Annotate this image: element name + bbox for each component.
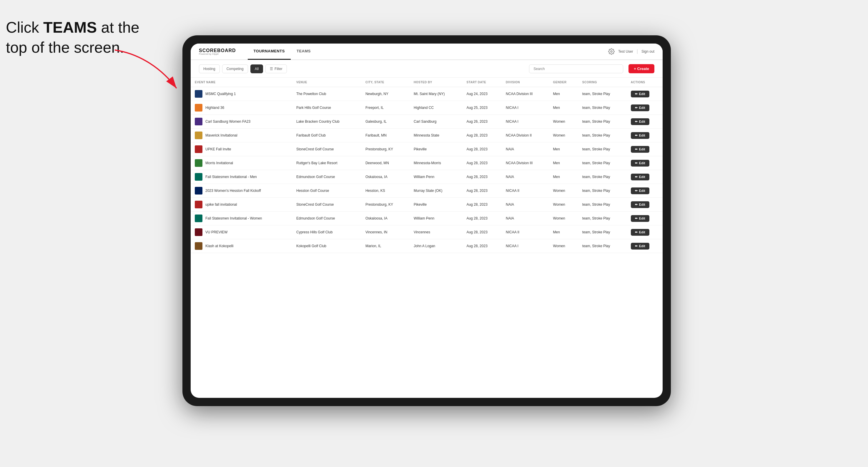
cell-venue: Edmundson Golf Course — [292, 170, 361, 184]
cell-date: Aug 28, 2023 — [462, 212, 502, 225]
edit-button[interactable]: ✏ Edit — [631, 229, 649, 236]
cell-venue: Edmundson Golf Course — [292, 212, 361, 225]
cell-scoring: team, Stroke Play — [578, 143, 627, 156]
table-row: UPKE Fall Invite StoneCrest Golf Course … — [191, 143, 662, 156]
team-logo — [195, 159, 203, 167]
cell-venue: StoneCrest Golf Course — [292, 143, 361, 156]
instruction-bold: TEAMS — [43, 19, 97, 36]
cell-scoring: team, Stroke Play — [578, 212, 627, 225]
team-logo — [195, 187, 203, 194]
table-body: MSMC Qualifying 1 The Powelton Club Newb… — [191, 87, 662, 253]
event-name-text: Carl Sandburg Women FA23 — [206, 120, 250, 124]
cell-event-name: Fall Statesmen Invitational - Men — [191, 170, 292, 184]
nav-tab-teams[interactable]: TEAMS — [291, 43, 317, 60]
competing-filter-btn[interactable]: Competing — [222, 64, 248, 73]
cell-scoring: team, Stroke Play — [578, 115, 627, 129]
team-logo — [195, 228, 203, 236]
cell-gender: Women — [549, 239, 578, 253]
edit-button[interactable]: ✏ Edit — [631, 160, 649, 166]
edit-button[interactable]: ✏ Edit — [631, 91, 649, 97]
cell-actions: ✏ Edit — [627, 170, 662, 184]
cell-venue: Park Hills Golf Course — [292, 101, 361, 115]
edit-button[interactable]: ✏ Edit — [631, 118, 649, 125]
edit-button[interactable]: ✏ Edit — [631, 215, 649, 222]
edit-pencil-icon: ✏ — [635, 203, 638, 207]
cell-scoring: team, Stroke Play — [578, 198, 627, 212]
hosting-filter-btn[interactable]: Hosting — [199, 64, 220, 73]
instruction-prefix: Click — [6, 19, 43, 36]
col-scoring: SCORING — [578, 78, 627, 87]
app-header: SCOREBOARD Powered by Clippit TOURNAMENT… — [191, 43, 662, 60]
table-row: Carl Sandburg Women FA23 Lake Bracken Co… — [191, 115, 662, 129]
cell-event-name: Highland 36 — [191, 101, 292, 115]
search-input[interactable] — [529, 64, 623, 73]
cell-scoring: team, Stroke Play — [578, 170, 627, 184]
all-filter-btn[interactable]: All — [250, 64, 263, 73]
cell-division: NAIA — [502, 212, 549, 225]
team-logo — [195, 242, 203, 250]
settings-icon[interactable] — [608, 48, 615, 55]
table-row: MSMC Qualifying 1 The Powelton Club Newb… — [191, 87, 662, 101]
edit-pencil-icon: ✏ — [635, 120, 638, 124]
instruction-text: Click TEAMS at thetop of the screen. — [6, 18, 140, 57]
cell-actions: ✏ Edit — [627, 115, 662, 129]
cell-division: NCAA Division III — [502, 156, 549, 170]
cell-actions: ✏ Edit — [627, 156, 662, 170]
edit-pencil-icon: ✏ — [635, 189, 638, 193]
cell-hosted: Mt. Saint Mary (NY) — [410, 87, 462, 101]
cell-actions: ✏ Edit — [627, 198, 662, 212]
cell-date: Aug 28, 2023 — [462, 239, 502, 253]
logo-area: SCOREBOARD Powered by Clippit — [199, 48, 236, 55]
col-gender: GENDER — [549, 78, 578, 87]
edit-pencil-icon: ✏ — [635, 230, 638, 234]
filter-btn[interactable]: ☰ Filter — [266, 64, 287, 73]
cell-city: Prestonsburg, KY — [361, 143, 410, 156]
sign-out-link[interactable]: Sign out — [642, 50, 654, 54]
edit-label: Edit — [639, 244, 645, 248]
cell-scoring: team, Stroke Play — [578, 87, 627, 101]
team-logo — [195, 201, 203, 208]
edit-label: Edit — [639, 189, 645, 192]
nav-tab-tournaments[interactable]: TOURNAMENTS — [248, 43, 291, 60]
event-name-text: Highland 36 — [206, 106, 224, 110]
cell-hosted: William Penn — [410, 170, 462, 184]
table-row: Morris Invitational Ruttger's Bay Lake R… — [191, 156, 662, 170]
edit-pencil-icon: ✏ — [635, 133, 638, 137]
event-name-text: Klash at Kokopelli — [206, 244, 233, 248]
cell-hosted: Carl Sandburg — [410, 115, 462, 129]
cell-scoring: team, Stroke Play — [578, 225, 627, 239]
edit-button[interactable]: ✏ Edit — [631, 104, 649, 111]
cell-scoring: team, Stroke Play — [578, 239, 627, 253]
cell-date: Aug 25, 2023 — [462, 101, 502, 115]
edit-button[interactable]: ✏ Edit — [631, 201, 649, 208]
edit-label: Edit — [639, 106, 645, 110]
edit-button[interactable]: ✏ Edit — [631, 243, 649, 250]
col-actions: ACTIONS — [627, 78, 662, 87]
col-division: DIVISION — [502, 78, 549, 87]
edit-label: Edit — [639, 133, 645, 137]
cell-gender: Men — [549, 87, 578, 101]
create-button[interactable]: + Create — [628, 64, 654, 73]
cell-event-name: Klash at Kokopelli — [191, 239, 292, 253]
cell-venue: Lake Bracken Country Club — [292, 115, 361, 129]
table-row: Fall Statesmen Invitational - Men Edmund… — [191, 170, 662, 184]
edit-button[interactable]: ✏ Edit — [631, 174, 649, 180]
edit-pencil-icon: ✏ — [635, 244, 638, 248]
svg-point-1 — [611, 51, 612, 52]
cell-city: Marion, IL — [361, 239, 410, 253]
divider: | — [637, 49, 638, 54]
cell-division: NCAA Division III — [502, 87, 549, 101]
cell-division: NAIA — [502, 170, 549, 184]
edit-button[interactable]: ✏ Edit — [631, 146, 649, 153]
edit-button[interactable]: ✏ Edit — [631, 132, 649, 139]
edit-button[interactable]: ✏ Edit — [631, 187, 649, 194]
cell-gender: Men — [549, 170, 578, 184]
cell-event-name: upike fall invitational — [191, 198, 292, 212]
table-row: Highland 36 Park Hills Golf Course Freep… — [191, 101, 662, 115]
edit-pencil-icon: ✏ — [635, 175, 638, 179]
team-logo — [195, 118, 203, 125]
event-name-text: VU PREVIEW — [206, 230, 227, 234]
cell-event-name: UPKE Fall Invite — [191, 143, 292, 156]
table-row: Maverick Invitational Faribault Golf Clu… — [191, 129, 662, 143]
header-right: Test User | Sign out — [608, 48, 654, 55]
